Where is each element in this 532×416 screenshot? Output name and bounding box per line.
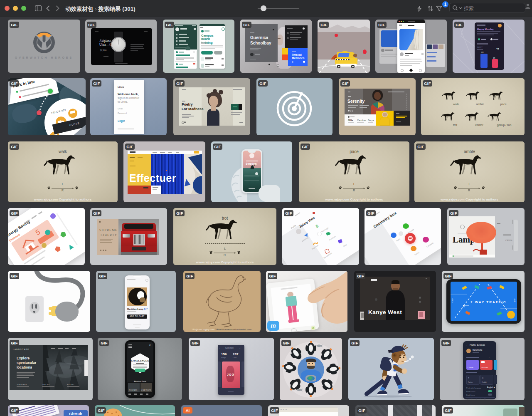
- svg-text:ROAD: ROAD: [451, 298, 453, 303]
- svg-text:2 WAY TRAFFIC: 2 WAY TRAFFIC: [470, 300, 506, 304]
- svg-text:R: R: [224, 253, 226, 256]
- svg-text:R: R: [353, 189, 355, 192]
- svg-text:LANE: LANE: [514, 298, 516, 302]
- svg-text:R: R: [62, 189, 64, 192]
- svg-text:R: R: [468, 189, 470, 192]
